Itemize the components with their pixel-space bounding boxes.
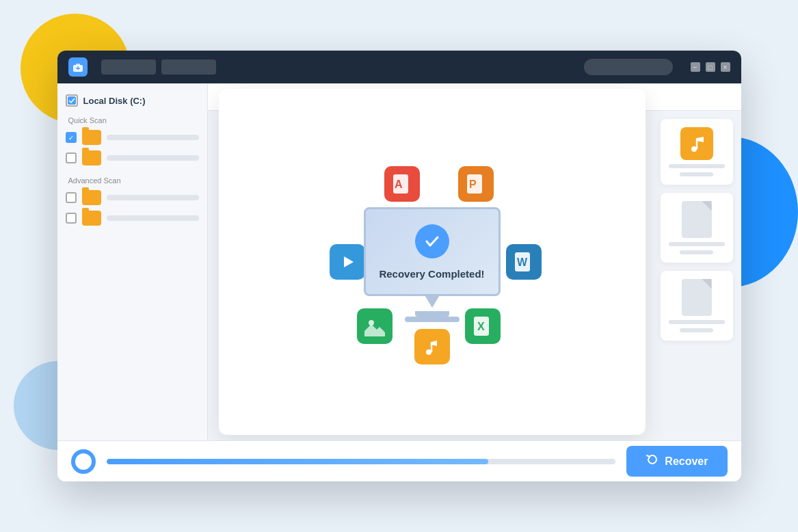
svg-rect-1 (76, 64, 80, 66)
quick-scan-checkbox-2[interactable] (66, 152, 77, 163)
file-bar-3a (669, 320, 725, 324)
advanced-scan-section: Advanced Scan (66, 176, 199, 226)
file-card-doc1 (661, 193, 733, 263)
disk-label: Local Disk (C:) (66, 94, 199, 107)
title-bar-search (584, 59, 673, 75)
file-bar-1b (680, 172, 713, 176)
disk-name: Local Disk (C:) (83, 96, 146, 106)
recovery-completed-text: Recovery Completed! (379, 268, 484, 280)
ppt-file-icon: P (458, 166, 494, 202)
title-tab-1 (101, 59, 156, 75)
title-tab-2 (161, 59, 216, 75)
file-bar-2b (680, 250, 713, 254)
monitor-area: A P W (316, 152, 548, 371)
advanced-scan-checkbox-1[interactable] (66, 192, 77, 203)
advanced-scan-item-1 (66, 190, 199, 205)
minimize-button[interactable]: − (691, 62, 700, 72)
advanced-scan-checkbox-2[interactable] (66, 213, 77, 224)
svg-text:A: A (395, 178, 403, 190)
progress-bar-fill (107, 459, 489, 464)
file-bar-2a (669, 242, 725, 246)
check-circle (415, 224, 449, 258)
recovery-modal: A P W (219, 89, 646, 435)
app-window: − □ × Local Disk (C:) Quick Scan ✓ (57, 51, 741, 481)
svg-text:X: X (477, 321, 485, 332)
app-body: Local Disk (C:) Quick Scan ✓ Advanced Sc… (57, 83, 741, 440)
quick-scan-checkbox-1[interactable]: ✓ (66, 132, 77, 143)
video-file-icon (330, 244, 365, 280)
content-area: All Files (208, 83, 741, 440)
folder-bar-4 (107, 215, 199, 221)
pdf-file-icon: A (384, 166, 420, 202)
file-bar-3b (680, 328, 713, 332)
folder-bar-3 (107, 195, 199, 200)
quick-scan-item-2 (66, 150, 199, 165)
advanced-scan-title: Advanced Scan (66, 176, 199, 185)
sidebar: Local Disk (C:) Quick Scan ✓ Advanced Sc… (57, 83, 208, 440)
monitor-screen: Recovery Completed! (364, 207, 501, 296)
svg-text:W: W (517, 256, 528, 268)
app-logo (68, 57, 88, 77)
folder-icon-4 (82, 211, 101, 226)
monitor-base (405, 317, 460, 322)
monitor-stand (415, 311, 449, 317)
title-bar-controls: − □ × (691, 62, 730, 72)
disk-checkbox[interactable] (66, 94, 78, 107)
recover-button[interactable]: Recover (626, 446, 727, 477)
file-card-music (661, 119, 733, 185)
folder-bar-2 (107, 155, 199, 161)
advanced-scan-item-2 (66, 211, 199, 226)
folder-icon-1 (82, 130, 101, 145)
quick-scan-title: Quick Scan (66, 116, 199, 124)
music-float-icon (414, 329, 450, 364)
svg-rect-4 (68, 96, 76, 105)
folder-bar-1 (107, 135, 199, 140)
file-icon-doc2 (682, 279, 712, 316)
progress-bar-container (107, 459, 616, 464)
monitor-shape: Recovery Completed! (364, 207, 501, 317)
file-icon-music (680, 127, 713, 160)
maximize-button[interactable]: □ (706, 62, 715, 72)
recover-icon (646, 453, 659, 470)
quick-scan-section: Quick Scan ✓ (66, 116, 199, 165)
progress-circle-inner (75, 453, 92, 470)
close-button[interactable]: × (721, 62, 730, 72)
progress-circle (71, 449, 96, 474)
quick-scan-item-1: ✓ (66, 130, 199, 145)
word-file-icon: W (506, 244, 542, 280)
file-bar-1a (669, 164, 725, 168)
title-bar-tabs (101, 59, 216, 75)
file-icon-doc1 (682, 201, 712, 238)
recover-button-label: Recover (665, 455, 708, 468)
title-bar: − □ × (57, 51, 741, 83)
file-grid (652, 111, 741, 440)
folder-icon-3 (82, 190, 101, 205)
bottom-bar: Recover (57, 440, 741, 481)
folder-icon-2 (82, 150, 101, 165)
svg-text:P: P (469, 178, 477, 190)
file-card-doc2 (661, 271, 733, 341)
